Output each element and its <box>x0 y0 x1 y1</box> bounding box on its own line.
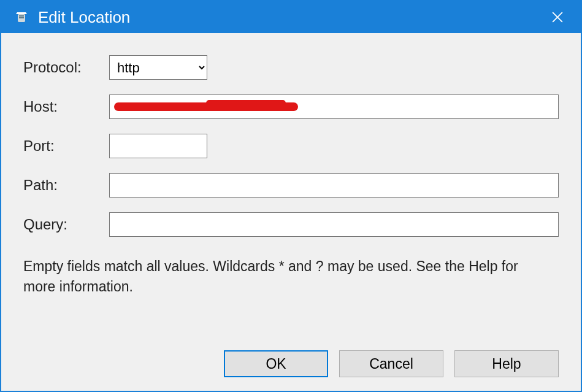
titlebar: Edit Location <box>1 1 581 33</box>
label-path: Path: <box>23 177 109 194</box>
close-button[interactable] <box>544 4 571 31</box>
protocol-select[interactable]: http <box>109 55 207 80</box>
host-input[interactable] <box>109 94 559 119</box>
dialog-body: Protocol: http Host: Port: <box>1 33 581 391</box>
close-icon <box>552 12 563 23</box>
row-query: Query: <box>23 212 559 237</box>
row-path: Path: <box>23 173 559 198</box>
query-input[interactable] <box>109 212 559 237</box>
hint-text: Empty fields match all values. Wildcards… <box>23 256 538 298</box>
label-port: Port: <box>23 137 109 155</box>
row-host: Host: <box>23 94 559 119</box>
label-protocol: Protocol: <box>23 59 109 76</box>
cancel-button[interactable]: Cancel <box>339 350 443 377</box>
row-protocol: Protocol: http <box>23 55 559 80</box>
form: Protocol: http Host: Port: <box>23 55 559 237</box>
help-button[interactable]: Help <box>454 350 559 377</box>
label-query: Query: <box>23 216 109 233</box>
row-port: Port: <box>23 134 559 158</box>
ok-button[interactable]: OK <box>224 350 328 377</box>
path-input[interactable] <box>109 173 559 198</box>
svg-rect-2 <box>19 17 24 18</box>
app-icon <box>13 9 29 25</box>
svg-rect-1 <box>19 15 24 17</box>
label-host: Host: <box>23 98 109 115</box>
dialog-title: Edit Location <box>38 8 544 27</box>
button-bar: OK Cancel Help <box>23 336 559 377</box>
port-input[interactable] <box>109 134 207 158</box>
edit-location-dialog: Edit Location Protocol: http Host: <box>0 0 582 392</box>
